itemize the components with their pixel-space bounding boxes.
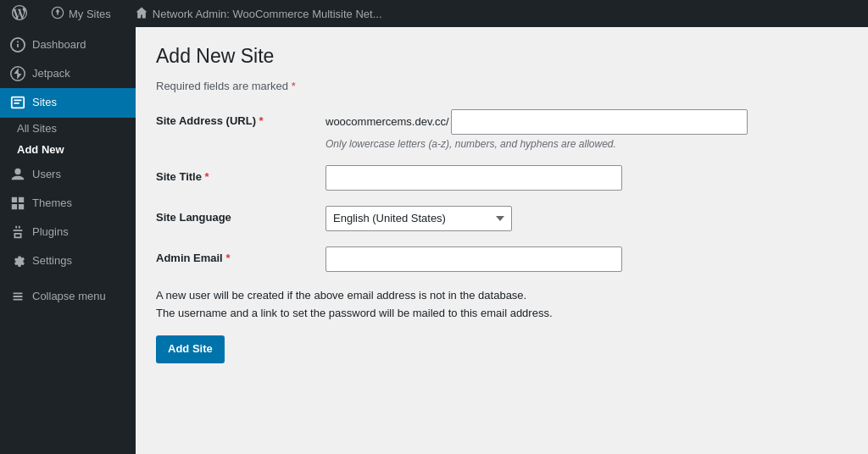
- site-address-label: Site Address (URL) *: [156, 109, 326, 127]
- site-language-row: Site Language English (United States): [156, 206, 848, 231]
- admin-email-label: Admin Email *: [156, 246, 326, 264]
- site-address-row: Site Address (URL) * woocommercems.dev.c…: [156, 109, 848, 150]
- plugins-icon: [10, 224, 25, 240]
- site-language-select[interactable]: English (United States): [326, 206, 512, 231]
- wp-logo-button[interactable]: [7, 0, 32, 27]
- plugins-label: Plugins: [32, 224, 69, 240]
- sidebar-item-settings[interactable]: Settings: [0, 246, 136, 275]
- site-title-required-star: *: [205, 170, 209, 183]
- my-sites-button[interactable]: My Sites: [46, 0, 116, 27]
- top-bar: My Sites Network Admin: WooCommerce Mult…: [0, 0, 868, 27]
- collapse-icon: [10, 289, 25, 304]
- collapse-menu-button[interactable]: Collapse menu: [0, 282, 136, 311]
- admin-email-input[interactable]: [326, 246, 622, 272]
- site-address-input[interactable]: [451, 109, 748, 135]
- site-address-field: woocommercems.dev.cc/ Only lowercase let…: [326, 109, 848, 150]
- site-title-row: Site Title *: [156, 165, 848, 191]
- themes-label: Themes: [32, 196, 72, 211]
- sidebar-item-dashboard[interactable]: Dashboard: [0, 30, 136, 59]
- content-area: Add New Site Required fields are marked …: [136, 27, 868, 454]
- url-hint: Only lowercase letters (a-z), numbers, a…: [326, 138, 848, 150]
- home-icon: [135, 6, 148, 22]
- sites-label: Sites: [32, 95, 57, 110]
- site-title-label: Site Title *: [156, 165, 326, 183]
- settings-label: Settings: [32, 253, 72, 269]
- add-new-label: Add New: [17, 143, 64, 156]
- dashboard-icon: [10, 37, 25, 53]
- site-title-input[interactable]: [326, 165, 622, 191]
- required-note-text: Required fields are marked: [156, 80, 288, 92]
- info-text: A new user will be created if the above …: [156, 287, 848, 323]
- url-prefix: woocommercems.dev.cc/: [326, 115, 451, 128]
- all-sites-label: All Sites: [17, 122, 57, 135]
- collapse-label: Collapse menu: [32, 289, 106, 304]
- sidebar-item-jetpack[interactable]: Jetpack: [0, 59, 136, 88]
- wp-logo-icon: [12, 5, 27, 23]
- submit-row: Add Site: [156, 335, 848, 363]
- info-line-1: A new user will be created if the above …: [156, 287, 848, 305]
- sidebar-item-plugins[interactable]: Plugins: [0, 218, 136, 246]
- themes-icon: [10, 196, 25, 211]
- jetpack-icon: [10, 66, 25, 81]
- sidebar-item-themes[interactable]: Themes: [0, 189, 136, 218]
- sidebar-item-users[interactable]: Users: [0, 160, 136, 189]
- admin-email-required-star: *: [225, 252, 230, 264]
- users-icon: [10, 167, 25, 182]
- admin-email-field: [326, 246, 848, 272]
- my-sites-label: My Sites: [69, 8, 111, 20]
- sidebar: Dashboard Jetpack Sites All Sites Add Ne…: [0, 27, 136, 454]
- required-note: Required fields are marked *: [156, 80, 848, 92]
- site-address-required-star: *: [259, 114, 264, 127]
- settings-icon: [10, 253, 25, 269]
- submenu-all-sites[interactable]: All Sites: [0, 118, 136, 139]
- site-language-field: English (United States): [326, 206, 848, 231]
- main-layout: Dashboard Jetpack Sites All Sites Add Ne…: [0, 27, 868, 454]
- sites-submenu: All Sites Add New: [0, 118, 136, 160]
- network-admin-label: Network Admin: WooCommerce Multisite Net…: [153, 8, 382, 20]
- site-title-field: [326, 165, 848, 191]
- page-title: Add New Site: [156, 44, 848, 69]
- network-admin-button[interactable]: Network Admin: WooCommerce Multisite Net…: [130, 0, 387, 27]
- users-label: Users: [32, 167, 61, 182]
- required-star: *: [292, 80, 296, 92]
- sidebar-item-sites[interactable]: Sites: [0, 88, 136, 117]
- jetpack-label: Jetpack: [32, 66, 70, 81]
- sites-icon: [10, 95, 25, 110]
- admin-email-row: Admin Email *: [156, 246, 848, 272]
- submenu-add-new[interactable]: Add New: [0, 139, 136, 160]
- info-line-2: The username and a link to set the passw…: [156, 305, 848, 323]
- site-language-label: Site Language: [156, 206, 326, 224]
- url-field-wrapper: woocommercems.dev.cc/: [326, 109, 848, 135]
- my-sites-icon: [51, 6, 64, 22]
- add-site-button[interactable]: Add Site: [156, 335, 225, 363]
- dashboard-label: Dashboard: [32, 37, 86, 53]
